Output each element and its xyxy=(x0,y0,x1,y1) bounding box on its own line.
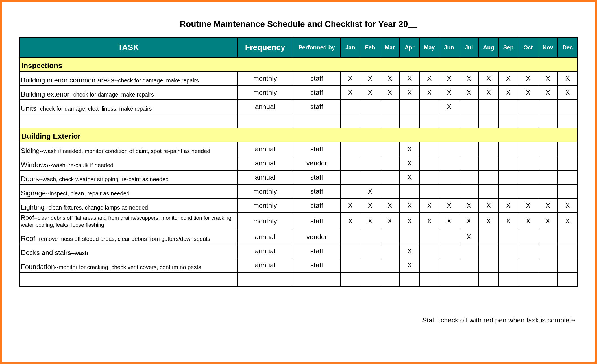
month-cell: X xyxy=(518,86,538,100)
task-detail: --check for damage, make repairs xyxy=(69,91,154,98)
month-cell xyxy=(538,272,558,286)
task-name: Decks and stairs xyxy=(21,249,71,256)
month-cell xyxy=(439,184,459,199)
month-cell xyxy=(340,142,360,156)
task-name: Lighting xyxy=(21,203,45,211)
month-cell xyxy=(498,230,518,244)
month-cell: X xyxy=(538,86,558,100)
month-cell xyxy=(558,258,578,272)
month-cell: X xyxy=(360,86,380,100)
month-cell: X xyxy=(400,170,419,184)
month-cell xyxy=(439,244,459,258)
header-month-nov: Nov xyxy=(538,38,558,57)
frequency-cell: monthly xyxy=(237,213,293,230)
table-row: Roof--clear debris off flat areas and fr… xyxy=(19,213,578,230)
month-cell xyxy=(439,258,459,272)
month-cell xyxy=(459,258,479,272)
month-cell xyxy=(558,230,578,244)
month-cell: X xyxy=(360,213,380,230)
task-detail: --wash if needed, monitor condition of p… xyxy=(40,148,210,154)
month-cell: X xyxy=(360,184,380,199)
month-cell xyxy=(419,142,439,156)
month-cell: X xyxy=(459,86,479,100)
month-cell xyxy=(419,230,439,244)
month-cell xyxy=(558,156,578,170)
task-cell xyxy=(19,272,237,286)
month-cell xyxy=(340,170,360,184)
table-row: Lighting--clean fixtures, change lamps a… xyxy=(19,199,578,213)
month-cell xyxy=(340,272,360,286)
month-cell xyxy=(479,114,498,128)
month-cell: X xyxy=(419,213,439,230)
month-cell xyxy=(439,114,459,128)
task-detail: --wash, re-caulk if needed xyxy=(48,162,113,168)
month-cell xyxy=(518,184,538,199)
task-name: Units xyxy=(21,104,36,112)
task-detail: --clean fixtures, change lamps as needed xyxy=(45,204,148,211)
month-cell xyxy=(360,230,380,244)
month-cell xyxy=(419,170,439,184)
month-cell xyxy=(439,142,459,156)
month-cell: X xyxy=(340,199,360,213)
month-cell: X xyxy=(479,71,498,86)
table-row: Decks and stairs--washannualstaffX xyxy=(19,244,578,258)
header-row: TASK Frequency Performed by Jan Feb Mar … xyxy=(19,38,578,57)
task-name: Roof xyxy=(21,235,35,242)
month-cell: X xyxy=(439,86,459,100)
month-cell xyxy=(380,142,400,156)
month-cell xyxy=(380,244,400,258)
month-cell: X xyxy=(340,71,360,86)
month-cell xyxy=(419,272,439,286)
performed-by-cell xyxy=(293,114,340,128)
task-cell: Roof--remove moss off sloped areas, clea… xyxy=(19,230,237,244)
table-body: InspectionsBuilding interior common area… xyxy=(19,57,578,286)
frequency-cell xyxy=(237,272,293,286)
month-cell xyxy=(340,100,360,114)
task-name: Building exterior xyxy=(21,90,69,98)
table-row: Foundation--monitor for cracking, check … xyxy=(19,258,578,272)
month-cell: X xyxy=(439,100,459,114)
task-detail: --monitor for cracking, check vent cover… xyxy=(55,264,201,270)
task-cell xyxy=(19,114,237,128)
month-cell xyxy=(340,244,360,258)
month-cell xyxy=(558,244,578,258)
month-cell xyxy=(459,156,479,170)
month-cell xyxy=(459,114,479,128)
month-cell: X xyxy=(380,213,400,230)
month-cell xyxy=(360,142,380,156)
frequency-cell: annual xyxy=(237,230,293,244)
header-month-dec: Dec xyxy=(558,38,578,57)
month-cell xyxy=(380,100,400,114)
month-cell: X xyxy=(558,199,578,213)
frequency-cell: annual xyxy=(237,100,293,114)
task-cell: Roof--clear debris off flat areas and fr… xyxy=(19,213,237,230)
header-month-aug: Aug xyxy=(479,38,498,57)
month-cell xyxy=(479,142,498,156)
month-cell xyxy=(439,272,459,286)
month-cell xyxy=(538,114,558,128)
month-cell xyxy=(518,230,538,244)
task-name: Building interior common areas xyxy=(21,76,114,84)
month-cell xyxy=(498,244,518,258)
month-cell: X xyxy=(538,71,558,86)
header-month-apr: Apr xyxy=(400,38,419,57)
header-month-jun: Jun xyxy=(439,38,459,57)
section-name: Building Exterior xyxy=(19,128,578,142)
month-cell xyxy=(360,156,380,170)
month-cell: X xyxy=(400,71,419,86)
month-cell xyxy=(380,170,400,184)
task-name: Windows xyxy=(21,161,48,169)
month-cell xyxy=(538,258,558,272)
month-cell: X xyxy=(419,71,439,86)
month-cell: X xyxy=(400,213,419,230)
month-cell xyxy=(380,184,400,199)
month-cell: X xyxy=(479,213,498,230)
month-cell xyxy=(498,142,518,156)
header-month-sep: Sep xyxy=(498,38,518,57)
task-detail: --wash, check weather stripping, re-pain… xyxy=(39,176,169,182)
task-cell: Signage--inspect, clean, repair as neede… xyxy=(19,184,237,199)
task-cell: Building interior common areas--check fo… xyxy=(19,71,237,86)
month-cell: X xyxy=(419,86,439,100)
month-cell xyxy=(479,100,498,114)
month-cell: X xyxy=(439,71,459,86)
